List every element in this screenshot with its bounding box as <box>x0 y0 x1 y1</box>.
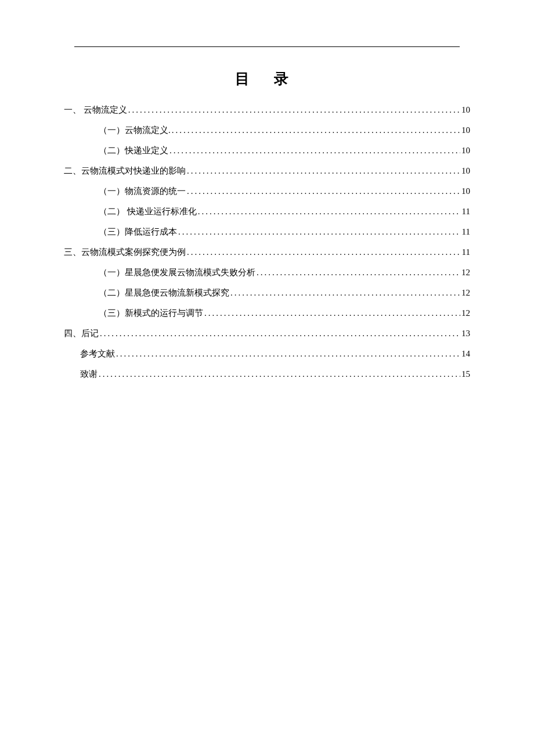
toc-entry: 二、云物流模式对快递业的影响 10 <box>64 167 470 175</box>
toc-entry-label: （二） 快递业运行标准化 <box>99 207 197 216</box>
toc-entry: 三、云物流模式案例探究便为例 11 <box>64 248 470 257</box>
toc-entry-leader <box>187 167 460 175</box>
toc-entry: （三）降低运行成本11 <box>64 228 470 236</box>
toc-entry-page: 13 <box>461 329 470 338</box>
toc-entry: （二）星晨急便云物流新模式探究 12 <box>64 289 470 297</box>
toc-entry-label: （一）星晨急便发展云物流模式失败分析 <box>99 268 255 277</box>
toc-entry-page: 12 <box>461 309 470 318</box>
toc-entry-leader <box>257 268 460 277</box>
toc-entry: （二） 快递业运行标准化 11 <box>64 207 470 216</box>
toc-entry: 参考文献 14 <box>64 350 470 358</box>
toc-entry-page: 11 <box>462 207 470 216</box>
toc-entry-page: 12 <box>461 268 470 277</box>
toc-entry-leader <box>128 106 460 114</box>
toc-entry-leader <box>178 228 461 236</box>
toc-container: 一、 云物流定义 10（一）云物流定义.10（二）快递业定义10二、云物流模式对… <box>64 106 470 379</box>
toc-entry: 四、后记13 <box>64 329 470 338</box>
toc-entry-label: （二）快递业定义 <box>99 146 168 155</box>
toc-entry: （一）星晨急便发展云物流模式失败分析12 <box>64 268 470 277</box>
toc-entry-leader <box>116 350 460 358</box>
toc-entry-page: 14 <box>461 350 470 358</box>
toc-entry-leader <box>99 370 460 379</box>
toc-entry-label: （三）降低运行成本 <box>99 228 177 236</box>
toc-entry: （一）物流资源的统一10 <box>64 187 470 196</box>
toc-entry-leader <box>204 309 460 318</box>
toc-entry-label: 一、 云物流定义 <box>64 106 127 114</box>
toc-entry-label: （一）物流资源的统一 <box>99 187 186 196</box>
toc-entry-leader <box>100 329 460 338</box>
toc-entry-leader <box>172 126 460 135</box>
toc-entry-label: 二、云物流模式对快递业的影响 <box>64 167 186 175</box>
toc-entry-page: 10 <box>461 146 470 155</box>
toc-entry-label: （三）新模式的运行与调节 <box>99 309 203 318</box>
toc-entry-page: 11 <box>462 248 470 257</box>
toc-entry: （三）新模式的运行与调节12 <box>64 309 470 318</box>
toc-entry-page: 10 <box>461 106 470 114</box>
toc-entry: （二）快递业定义10 <box>64 146 470 155</box>
toc-entry-leader <box>169 146 460 155</box>
toc-entry-label: （一）云物流定义. <box>99 126 171 135</box>
toc-entry: 致谢 15 <box>64 370 470 379</box>
toc-entry: 一、 云物流定义 10 <box>64 106 470 114</box>
toc-entry-page: 10 <box>461 126 470 135</box>
header-divider <box>74 46 460 47</box>
toc-entry-page: 10 <box>461 187 470 196</box>
toc-entry-page: 15 <box>461 370 470 379</box>
toc-entry-page: 12 <box>461 289 470 297</box>
toc-title: 目 录 <box>64 69 470 88</box>
toc-entry-label: 三、云物流模式案例探究便为例 <box>64 248 186 257</box>
toc-entry-leader <box>187 248 461 257</box>
toc-entry: （一）云物流定义.10 <box>64 126 470 135</box>
toc-entry-page: 11 <box>462 228 470 236</box>
toc-entry-label: 参考文献 <box>80 350 115 358</box>
toc-entry-label: 四、后记 <box>64 329 99 338</box>
toc-entry-page: 10 <box>461 167 470 175</box>
toc-entry-label: （二）星晨急便云物流新模式探究 <box>99 289 229 297</box>
toc-entry-label: 致谢 <box>80 370 98 379</box>
toc-entry-leader <box>187 187 460 196</box>
toc-entry-leader <box>198 207 461 216</box>
toc-entry-leader <box>230 289 460 297</box>
